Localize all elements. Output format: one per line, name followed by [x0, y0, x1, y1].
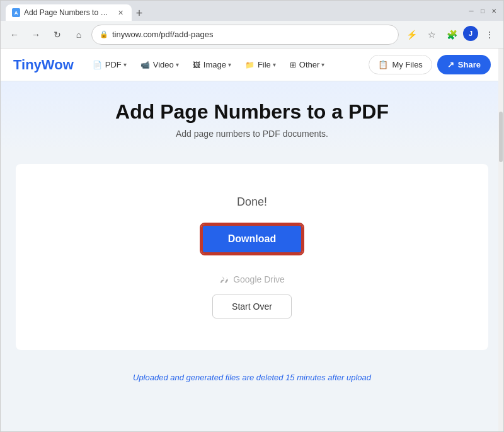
refresh-button[interactable]: ↻	[49, 26, 66, 44]
file-chevron-icon: ▾	[273, 61, 276, 68]
home-button[interactable]: ⌂	[70, 26, 88, 44]
share-icon: ↗	[447, 60, 454, 69]
scrollbar[interactable]	[498, 49, 503, 431]
logo-tiny: Tiny	[13, 57, 42, 73]
nav-file[interactable]: 📁 File ▾	[239, 56, 282, 73]
page-content: TinyWow 📄 PDF ▾ 📹 Video ▾ 🖼 Image ▾	[1, 49, 503, 431]
puzzle-button[interactable]: 🧩	[443, 26, 461, 44]
nav-pdf[interactable]: 📄 PDF ▾	[86, 56, 133, 73]
nav-actions: ⚡ ☆ 🧩 J ⋮	[403, 26, 498, 44]
window-controls: ─ □ ✕	[467, 6, 498, 15]
header-actions: 📋 My Files ↗ Share	[369, 55, 491, 74]
new-tab-button[interactable]: +	[132, 6, 147, 21]
content-area: Done! Download Google Drive Start Over	[16, 164, 488, 350]
main-nav: 📄 PDF ▾ 📹 Video ▾ 🖼 Image ▾ 📁 File	[86, 56, 357, 73]
maximize-button[interactable]: □	[478, 6, 487, 15]
nav-video-label: Video	[153, 60, 174, 69]
download-button-wrapper: Download	[28, 224, 476, 264]
image-icon: 🖼	[193, 61, 200, 69]
close-button[interactable]: ✕	[490, 6, 498, 15]
footer-note-text: Uploaded and generated files are deleted…	[133, 373, 371, 382]
minimize-button[interactable]: ─	[467, 6, 476, 15]
google-drive-label: Google Drive	[233, 274, 285, 284]
pdf-icon: 📄	[93, 61, 102, 69]
user-avatar[interactable]: J	[463, 26, 478, 41]
start-over-button-wrapper: Start Over	[28, 295, 476, 318]
footer-note: Uploaded and generated files are deleted…	[1, 363, 503, 392]
tab-title: Add Page Numbers to PDF Free	[24, 8, 112, 17]
download-button[interactable]: Download	[201, 224, 303, 254]
hero-section: Add Page Numbers to a PDF Add page numbe…	[1, 81, 503, 151]
start-over-button[interactable]: Start Over	[212, 295, 292, 318]
lock-icon: 🔒	[100, 30, 108, 38]
nav-video[interactable]: 📹 Video ▾	[134, 56, 185, 73]
file-icon: 📁	[245, 61, 255, 69]
my-files-icon: 📋	[378, 60, 388, 69]
nav-file-label: File	[258, 60, 271, 69]
address-bar[interactable]: 🔒 tinywow.com/pdf/add-pages	[91, 25, 399, 45]
video-icon: 📹	[140, 61, 150, 69]
bookmark-button[interactable]: ☆	[423, 26, 440, 44]
forward-button[interactable]: →	[27, 26, 45, 44]
image-chevron-icon: ▾	[228, 61, 231, 68]
share-label: Share	[458, 60, 481, 69]
nav-pdf-label: PDF	[105, 60, 122, 69]
other-icon: ⊞	[290, 61, 296, 69]
browser-tab[interactable]: A Add Page Numbers to PDF Free ✕	[6, 4, 132, 21]
page-subtitle: Add page numbers to PDF documents.	[13, 129, 491, 139]
other-chevron-icon: ▾	[321, 61, 324, 68]
extensions-button[interactable]: ⚡	[403, 26, 420, 44]
done-text: Done!	[28, 196, 476, 209]
my-files-button[interactable]: 📋 My Files	[369, 55, 432, 74]
tab-favicon: A	[12, 8, 20, 17]
tab-bar: A Add Page Numbers to PDF Free ✕ +	[6, 1, 147, 21]
tab-close-button[interactable]: ✕	[116, 8, 125, 18]
site-header: TinyWow 📄 PDF ▾ 📹 Video ▾ 🖼 Image ▾	[1, 49, 503, 81]
page-title: Add Page Numbers to a PDF	[13, 100, 491, 124]
back-button[interactable]: ←	[6, 26, 23, 44]
google-drive-icon	[219, 274, 229, 284]
nav-other-label: Other	[299, 60, 320, 69]
menu-button[interactable]: ⋮	[481, 26, 498, 44]
title-bar: A Add Page Numbers to PDF Free ✕ + ─ □ ✕	[1, 1, 503, 21]
logo-wow: Wow	[42, 57, 74, 73]
site-logo[interactable]: TinyWow	[13, 57, 74, 73]
navigation-bar: ← → ↻ ⌂ 🔒 tinywow.com/pdf/add-pages ⚡ ☆ …	[1, 21, 503, 49]
my-files-label: My Files	[392, 60, 422, 69]
url-text: tinywow.com/pdf/add-pages	[112, 30, 213, 39]
share-button[interactable]: ↗ Share	[437, 55, 491, 74]
google-drive-row[interactable]: Google Drive	[28, 274, 476, 284]
scrollbar-thumb[interactable]	[499, 112, 503, 162]
nav-other[interactable]: ⊞ Other ▾	[284, 56, 331, 73]
video-chevron-icon: ▾	[176, 61, 179, 68]
nav-image[interactable]: 🖼 Image ▾	[186, 56, 238, 73]
nav-image-label: Image	[203, 60, 226, 69]
pdf-chevron-icon: ▾	[123, 61, 127, 68]
